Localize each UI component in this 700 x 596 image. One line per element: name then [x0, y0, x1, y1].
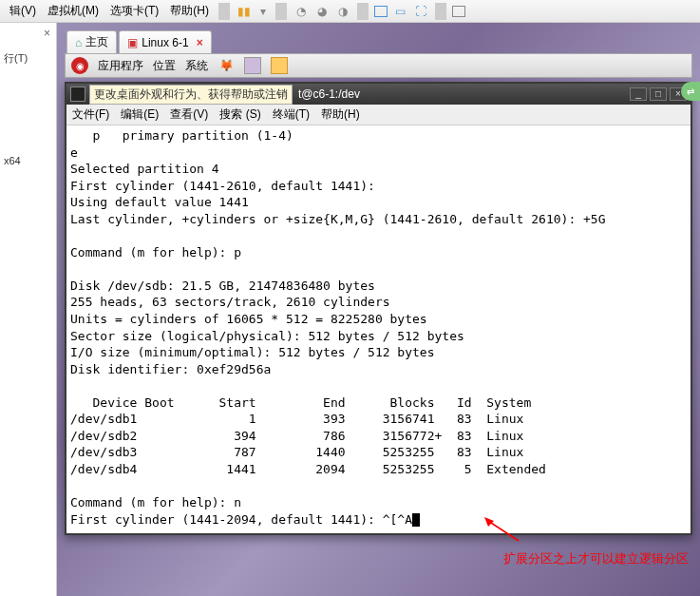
separator: [275, 3, 287, 20]
close-icon[interactable]: ×: [44, 27, 50, 40]
console-icon[interactable]: [452, 6, 465, 17]
menu-search[interactable]: 搜索 (S): [219, 106, 260, 123]
tooltip: 更改桌面外观和行为、获得帮助或注销: [89, 85, 293, 105]
tab-linux[interactable]: ▣ Linux 6-1 ×: [119, 30, 211, 53]
vm-desktop: ⌂ 主页 ▣ Linux 6-1 × ◉ 应用程序 位置 系统 🦊 更改桌面外观…: [57, 23, 700, 596]
separator: [357, 3, 369, 20]
maximize-button[interactable]: □: [650, 87, 667, 101]
terminal-icon: [70, 87, 85, 102]
redhat-icon[interactable]: ◉: [71, 57, 88, 74]
fullscreen-icon[interactable]: ⛶: [412, 3, 429, 20]
firefox-icon[interactable]: 🦊: [218, 57, 235, 74]
separator: [218, 3, 230, 20]
sidebar-item[interactable]: 行(T): [4, 49, 52, 67]
menu-tabs[interactable]: 选项卡(T): [104, 3, 164, 19]
terminal-output[interactable]: p primary partition (1-4) e Selected par…: [66, 125, 691, 533]
snapshot-icon[interactable]: ◔: [293, 3, 310, 20]
applications-menu[interactable]: 应用程序: [98, 58, 143, 74]
unity-icon[interactable]: ▭: [391, 3, 408, 20]
menu-view[interactable]: 查看(V): [170, 106, 208, 123]
snapshot-mgr-icon[interactable]: ◕: [313, 3, 331, 20]
vm-icon: ▣: [127, 36, 138, 49]
tab-home[interactable]: ⌂ 主页: [66, 30, 117, 53]
vm-host-menubar: 辑(V) 虚拟机(M) 选项卡(T) 帮助(H) ▮▮ ▾ ◔ ◕ ◑ ▭ ⛶: [0, 0, 700, 23]
terminal-titlebar[interactable]: 更改桌面外观和行为、获得帮助或注销 t@c6-1:/dev _ □ ×: [66, 84, 691, 105]
fit-icon[interactable]: [374, 6, 388, 17]
annotation-text: 扩展分区之上才可以建立逻辑分区: [503, 550, 689, 567]
menu-terminal[interactable]: 终端(T): [273, 106, 310, 123]
places-menu[interactable]: 位置: [153, 58, 176, 74]
close-icon[interactable]: ×: [197, 36, 203, 49]
editor-icon[interactable]: [271, 57, 288, 74]
tab-label: Linux 6-1: [142, 36, 188, 49]
menu-help[interactable]: 帮助(H): [164, 3, 215, 19]
home-icon: ⌂: [75, 36, 82, 49]
minimize-button[interactable]: _: [630, 87, 647, 101]
sidebar-item[interactable]: x64: [4, 153, 52, 168]
menu-edit[interactable]: 辑(V): [4, 3, 42, 19]
revert-icon[interactable]: ◑: [334, 3, 351, 20]
separator: [435, 3, 446, 20]
menu-file[interactable]: 文件(F): [72, 106, 109, 123]
menu-edit[interactable]: 编辑(E): [121, 106, 159, 123]
terminal-menubar: 文件(F) 编辑(E) 查看(V) 搜索 (S) 终端(T) 帮助(H): [66, 105, 691, 125]
tab-label: 主页: [85, 34, 108, 50]
system-menu[interactable]: 系统: [185, 58, 208, 74]
sync-badge[interactable]: ⇄: [681, 82, 700, 101]
pause-icon[interactable]: ▮▮: [236, 3, 253, 20]
file-manager-icon[interactable]: [244, 57, 261, 74]
menu-vm[interactable]: 虚拟机(M): [42, 3, 104, 19]
title-text: t@c6-1:/dev: [298, 87, 360, 101]
left-sidebar: × 行(T) x64: [0, 23, 57, 596]
cursor: [412, 513, 420, 527]
dropdown-icon[interactable]: ▾: [255, 5, 272, 18]
menu-help[interactable]: 帮助(H): [321, 106, 360, 123]
terminal-window: 更改桌面外观和行为、获得帮助或注销 t@c6-1:/dev _ □ × 文件(F…: [65, 82, 692, 535]
gnome-top-panel: ◉ 应用程序 位置 系统 🦊: [65, 53, 692, 78]
